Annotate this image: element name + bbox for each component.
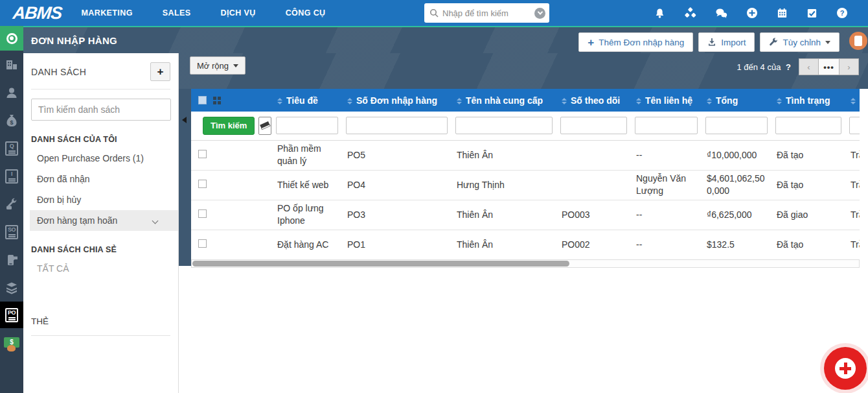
search-scope-chevron-icon[interactable] (534, 8, 545, 19)
import-button[interactable]: Import (698, 32, 755, 52)
page-menu-button[interactable]: ••• (819, 58, 839, 75)
row-checkbox[interactable] (198, 180, 207, 188)
plus-icon (835, 358, 856, 379)
purchase-orders-table: Tiêu đề Số Đơn nhập hàng Tên nhà cung cấ… (191, 89, 860, 258)
quick-add-fab[interactable] (824, 347, 867, 390)
global-search-input[interactable] (442, 8, 531, 18)
target-icon (6, 33, 17, 44)
chat-icon[interactable] (715, 8, 727, 19)
cell-supplier: Thiên Ân (451, 140, 556, 170)
collapse-sidebar-arrow-icon[interactable] (182, 117, 187, 123)
help-icon[interactable]: ? (836, 7, 848, 19)
menu-item-sales[interactable]: SALES (163, 8, 191, 18)
chevron-down-icon (233, 64, 238, 67)
header-buttons: + Thêm Đơn nhập hàng Import Tùy chỉnh (578, 32, 839, 52)
page-title: ĐƠN NHẬP HÀNG (31, 35, 117, 46)
cell-tracking (556, 170, 631, 200)
row-checkbox[interactable] (198, 209, 207, 218)
horizontal-scrollbar[interactable] (191, 259, 860, 268)
customize-button[interactable]: Tùy chỉnh (760, 32, 839, 52)
sidebar-item-tat-ca[interactable]: TẤT CẢ (23, 258, 178, 279)
bell-icon[interactable] (654, 8, 665, 19)
rail-item-products[interactable] (0, 274, 23, 302)
cell-supplier: Thiên Ân (451, 200, 556, 230)
scrollbar-thumb[interactable] (192, 261, 569, 267)
header-cell-status[interactable]: Tình trạng (771, 89, 845, 112)
filter-input-owner[interactable] (849, 117, 860, 134)
download-icon (707, 38, 716, 47)
list-search-input[interactable] (31, 99, 171, 121)
add-purchase-order-button[interactable]: + Thêm Đơn nhập hàng (578, 32, 693, 52)
menu-item-cong-cu[interactable]: CÔNG CỤ (286, 8, 326, 18)
cell-total: ₫6,625,000 (702, 200, 771, 230)
cell-owner: Trần (845, 200, 860, 230)
cell-title: Thiết kế web (272, 170, 342, 200)
service-wrench-icon (5, 198, 18, 211)
header-cell-title[interactable]: Tiêu đề (272, 89, 342, 112)
abms-logo[interactable]: ABMS (12, 3, 63, 23)
modules-icon[interactable] (684, 7, 696, 19)
global-search-box (424, 3, 549, 23)
menu-item-dich-vu[interactable]: DỊCH VỤ (220, 8, 255, 18)
main-content: Mở rộng 1 đến 4 của ? ‹ ••• › (179, 53, 868, 393)
table-row[interactable]: Đặt hàng AC PO1 Thiên Ân PO002 -- $132.5… (191, 230, 860, 258)
grid-view-icon[interactable] (213, 96, 222, 104)
filter-input-po-number[interactable] (346, 117, 448, 134)
sidebar-item-don-hang-tam-hoan[interactable]: Đơn hàng tạm hoãn (30, 210, 178, 231)
table-row[interactable]: Phần mềm quản lý PO5 Thiên Ân -- ₫10,000… (191, 140, 860, 170)
filter-input-tracking[interactable] (560, 117, 627, 134)
rail-item-sales-orders[interactable]: SO (0, 218, 23, 246)
my-lists-heading: DANH SÁCH CỦA TÔI (23, 135, 178, 144)
clear-filters-button[interactable] (258, 117, 271, 135)
header-cell-po-number[interactable]: Số Đơn nhập hàng (342, 89, 451, 112)
rail-item-purchase-orders[interactable]: PO (0, 302, 23, 328)
rail-item-invoices[interactable]: I (0, 162, 23, 190)
header-cell-contact[interactable]: Tên liên hệ (631, 89, 702, 112)
sort-icon (562, 98, 567, 104)
contacts-icon (5, 86, 18, 99)
filter-input-status[interactable] (775, 117, 841, 134)
rail-item-target[interactable] (0, 26, 23, 51)
header-cell-tracking[interactable]: Số theo dõi (556, 89, 631, 112)
filter-input-title[interactable] (276, 117, 338, 134)
row-checkbox[interactable] (198, 239, 207, 248)
cell-owner: Trần (845, 140, 860, 170)
main-menu: MARKETING SALES DỊCH VỤ CÔNG CỤ (82, 8, 326, 18)
plus-circle-icon[interactable] (746, 7, 758, 19)
header-cell-total[interactable]: Tổng (702, 89, 771, 112)
chevron-down-icon[interactable] (152, 218, 159, 224)
filter-search-button[interactable]: Tìm kiếm (203, 117, 255, 135)
rail-item-company[interactable] (0, 51, 23, 78)
tasks-icon[interactable] (806, 8, 817, 19)
rail-item-deals[interactable]: $ (0, 106, 23, 134)
rail-item-services[interactable] (0, 190, 23, 218)
menu-item-marketing[interactable]: MARKETING (82, 8, 133, 18)
cell-owner: Trần (845, 170, 860, 200)
total-count-help[interactable]: ? (786, 62, 791, 72)
sidebar-item-don-da-nhan[interactable]: Đơn đã nhận (23, 169, 178, 189)
header-cell-owner[interactable]: N (845, 89, 860, 112)
expand-button[interactable]: Mở rộng (190, 56, 246, 75)
table-row[interactable]: PO ốp lưng Iphone PO3 Thiên Ân PO003 -- … (191, 200, 860, 230)
sidebar-item-open-purchase-orders[interactable]: Open Purchase Orders (1) (23, 148, 178, 169)
rail-item-sms[interactable] (0, 246, 23, 274)
mobile-view-badge[interactable] (849, 32, 867, 50)
next-page-button[interactable]: › (839, 58, 859, 75)
filter-input-total[interactable] (705, 117, 768, 134)
prev-page-button[interactable]: ‹ (799, 58, 819, 75)
cell-po-number: PO1 (342, 230, 451, 258)
row-checkbox[interactable] (198, 150, 207, 158)
rail-item-quotes[interactable]: Q (0, 134, 23, 162)
rail-item-payments[interactable]: $ (0, 328, 23, 356)
select-all-checkbox[interactable] (198, 96, 207, 104)
calendar-icon[interactable] (777, 8, 788, 19)
table-row[interactable]: Thiết kế web PO4 Hưng Thịnh Nguyễn Văn L… (191, 170, 860, 200)
add-list-button[interactable]: + (150, 62, 170, 81)
sidebar-item-don-bi-huy[interactable]: Đơn bị hủy (23, 189, 178, 210)
filter-input-contact[interactable] (635, 117, 698, 134)
header-cell-supplier[interactable]: Tên nhà cung cấp (451, 89, 556, 112)
cell-tracking: PO002 (556, 230, 631, 258)
rail-item-contacts[interactable] (0, 78, 23, 106)
filter-input-supplier[interactable] (455, 117, 553, 134)
sort-icon (636, 98, 641, 104)
